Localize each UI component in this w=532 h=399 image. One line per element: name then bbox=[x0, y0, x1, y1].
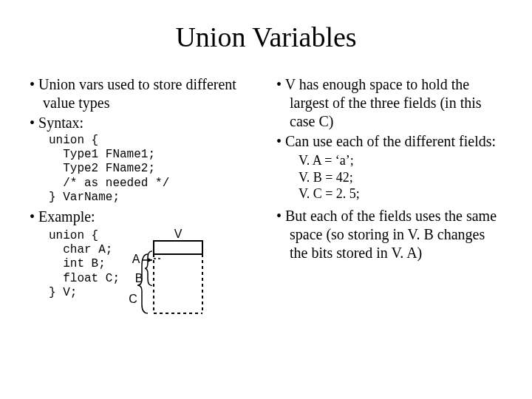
syntax-code-block: union { Type1 FName1; Type2 FName2; /* a… bbox=[49, 134, 259, 205]
left-column: Union vars used to store different value… bbox=[30, 75, 259, 316]
diagram-label-a: A bbox=[132, 253, 140, 265]
svg-rect-0 bbox=[154, 241, 202, 254]
page-title: Union Variables bbox=[30, 21, 502, 53]
diagram-label-c: C bbox=[129, 293, 137, 305]
example-code-block: union { char A; int B; float C; } V; bbox=[49, 229, 120, 300]
assign-line-1: V. A = ‘a’; bbox=[299, 152, 502, 169]
diagram-label-v: V bbox=[174, 228, 183, 240]
right-bullet-1: V has enough space to hold the largest o… bbox=[276, 75, 502, 131]
left-bullet-1: Union vars used to store different value… bbox=[30, 75, 259, 112]
union-memory-diagram: V A B C bbox=[129, 228, 210, 316]
assign-line-3: V. C = 2. 5; bbox=[299, 185, 502, 202]
svg-marker-5 bbox=[148, 258, 152, 262]
content-columns: Union vars used to store different value… bbox=[30, 75, 502, 316]
right-bullet-2: Can use each of the different fields: bbox=[276, 132, 502, 151]
left-bullet-3: Example: bbox=[30, 208, 259, 226]
left-bullet-2: Syntax: bbox=[30, 114, 259, 132]
assign-line-2: V. B = 42; bbox=[299, 169, 502, 186]
right-bullet-3: But each of the fields uses the same spa… bbox=[276, 207, 502, 262]
right-column: V has enough space to hold the largest o… bbox=[276, 75, 502, 316]
